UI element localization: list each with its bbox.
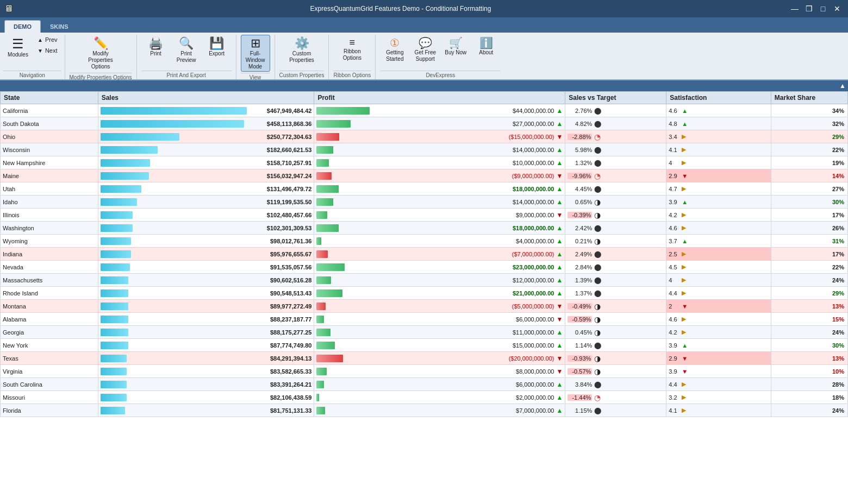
cell-profit: $14,000,000.00▲	[314, 143, 565, 156]
cell-svt: 4.82%⬤	[565, 117, 666, 130]
cell-svt: 1.37%⬤	[565, 287, 666, 300]
cell-state: Wyoming	[1, 235, 98, 248]
col-state[interactable]: State	[1, 92, 98, 104]
cell-profit: $18,000,000.00▲	[314, 222, 565, 235]
cell-profit: $27,000,000.00▲	[314, 117, 565, 130]
cell-sat: 4.6▲	[666, 104, 771, 117]
cell-sales: $182,660,621.53	[98, 143, 314, 156]
cell-svt: 1.14%⬤	[565, 339, 666, 352]
cell-ms: 15%	[771, 313, 847, 326]
cell-ms: 24%	[771, 404, 847, 417]
col-sat[interactable]: Satisfaction	[666, 92, 771, 104]
cell-state: Rhode Island	[1, 287, 98, 300]
cell-ms: 29%	[771, 130, 847, 143]
cell-ms: 22%	[771, 143, 847, 156]
cell-svt: 2.76%⬤	[565, 104, 666, 117]
cell-ms: 24%	[771, 326, 847, 339]
cell-ms: 31%	[771, 235, 847, 248]
maximize-button[interactable]: □	[816, 2, 830, 15]
export-icon: 💾	[209, 37, 224, 49]
cell-sat: 2.9▼	[666, 352, 771, 365]
cell-sat: 3.4▶	[666, 130, 771, 143]
cell-ms: 34%	[771, 104, 847, 117]
cell-state: South Dakota	[1, 117, 98, 130]
cell-profit: $44,000,000.00▲	[314, 104, 565, 117]
freesupport-button[interactable]: 💬 Get Free Support	[410, 35, 440, 65]
modifyprops-button[interactable]: ✏️ Modify Properties Options	[83, 35, 118, 72]
cell-profit: $2,000,000.00▲	[314, 391, 565, 404]
cell-state: Montana	[1, 300, 98, 313]
table-row: Illinois$102,480,457.66$9,000,000.00▼-0.…	[1, 209, 848, 222]
export-label: Export	[209, 51, 225, 57]
restore-button[interactable]: ❒	[802, 2, 815, 15]
modules-button[interactable]: ☰ Modules	[3, 35, 33, 65]
app-icon: 🖥	[4, 4, 13, 14]
ribbon-group-modifyprops: ✏️ Modify Properties Options Modify Prop…	[65, 35, 137, 79]
close-button[interactable]: ✕	[831, 2, 844, 15]
tab-skins[interactable]: SKINS	[41, 20, 78, 33]
cell-sales: $81,751,131.33	[98, 404, 314, 417]
tab-bar: DEMO SKINS	[0, 17, 848, 33]
table-row: Wisconsin$182,660,621.53$14,000,000.00▲5…	[1, 143, 848, 156]
cell-svt: 3.84%⬤	[565, 378, 666, 391]
export-button[interactable]: 💾 Export	[202, 35, 232, 65]
col-sales[interactable]: Sales	[98, 92, 314, 104]
cell-sat: 4.2▶	[666, 326, 771, 339]
grid-header-bar: ▲	[0, 80, 848, 91]
printexport-items: 🖨️ Print 🔍 Print Preview 💾 Export	[141, 35, 232, 70]
fullwindow-button[interactable]: ⊞ Full-Window Mode	[241, 35, 270, 72]
table-row: Nevada$91,535,057.56$23,000,000.00▲2.84%…	[1, 261, 848, 274]
cell-state: Florida	[1, 404, 98, 417]
table-row: South Dakota$458,113,868.36$27,000,000.0…	[1, 117, 848, 130]
prev-button[interactable]: ▲ Prev	[34, 35, 61, 45]
cell-state: Indiana	[1, 248, 98, 261]
prev-label: Prev	[45, 36, 58, 43]
cell-svt: 1.15%⬤	[565, 404, 666, 417]
table-row: Washington$102,301,309.53$18,000,000.00▲…	[1, 222, 848, 235]
cell-svt: 2.49%⬤	[565, 248, 666, 261]
print-button[interactable]: 🖨️ Print	[141, 35, 171, 65]
cell-sales: $88,237,187.77	[98, 313, 314, 326]
buynow-button[interactable]: 🛒 Buy Now	[441, 35, 470, 65]
cell-sales: $84,291,394.13	[98, 352, 314, 365]
gettingstarted-button[interactable]: ① Getting Started	[380, 35, 409, 65]
table-row: Rhode Island$90,548,513.43$21,000,000.00…	[1, 287, 848, 300]
cell-ms: 13%	[771, 352, 847, 365]
next-button[interactable]: ▼ Next	[34, 46, 61, 55]
col-svt[interactable]: Sales vs Target	[565, 92, 666, 104]
view-items: ⊞ Full-Window Mode	[241, 35, 270, 72]
window-title: ExpressQuantumGrid Features Demo - Condi…	[13, 5, 788, 12]
navigation-group-label: Navigation	[3, 71, 61, 79]
cell-sales: $458,113,868.36	[98, 117, 314, 130]
cell-sat: 4▶	[666, 156, 771, 169]
cell-profit: $12,000,000.00▲	[314, 274, 565, 287]
ribbon-collapse-button[interactable]: ▲	[839, 82, 846, 90]
ribbonopts-button[interactable]: ≡ Ribbon Options	[338, 35, 367, 65]
minimize-button[interactable]: —	[788, 2, 801, 15]
cell-sales: $87,774,749.80	[98, 339, 314, 352]
cell-state: Texas	[1, 352, 98, 365]
col-ms[interactable]: Market Share	[771, 92, 847, 104]
cell-state: New York	[1, 339, 98, 352]
table-row: Alabama$88,237,187.77$6,000,000.00▼-0.59…	[1, 313, 848, 326]
col-profit[interactable]: Profit	[314, 92, 565, 104]
grid-container[interactable]: State Sales Profit Sales vs Target Satis…	[0, 91, 848, 504]
next-label: Next	[45, 47, 58, 54]
ribbon-group-view: ⊞ Full-Window Mode View	[236, 35, 275, 79]
table-row: Georgia$88,175,277.25$11,000,000.00▲0.45…	[1, 326, 848, 339]
tab-demo[interactable]: DEMO	[4, 20, 41, 33]
gettingstarted-label: Getting Started	[382, 49, 408, 62]
next-icon: ▼	[38, 48, 43, 54]
modifyprops-label: Modify Properties Options	[85, 51, 116, 70]
cell-state: Georgia	[1, 326, 98, 339]
customprops-button[interactable]: ⚙️ Custom Properties	[287, 35, 316, 65]
cell-sat: 3.7▲	[666, 235, 771, 248]
cell-ms: 13%	[771, 300, 847, 313]
about-button[interactable]: ℹ️ About	[471, 35, 501, 65]
printpreview-button[interactable]: 🔍 Print Preview	[172, 35, 201, 65]
cell-state: South Carolina	[1, 378, 98, 391]
fullwindow-label: Full-Window Mode	[242, 51, 269, 70]
cell-sat: 4.2▶	[666, 209, 771, 222]
cell-ms: 17%	[771, 248, 847, 261]
ribbon-group-navigation: ☰ Modules ▲ Prev ▼ Next Navigation	[0, 35, 65, 79]
